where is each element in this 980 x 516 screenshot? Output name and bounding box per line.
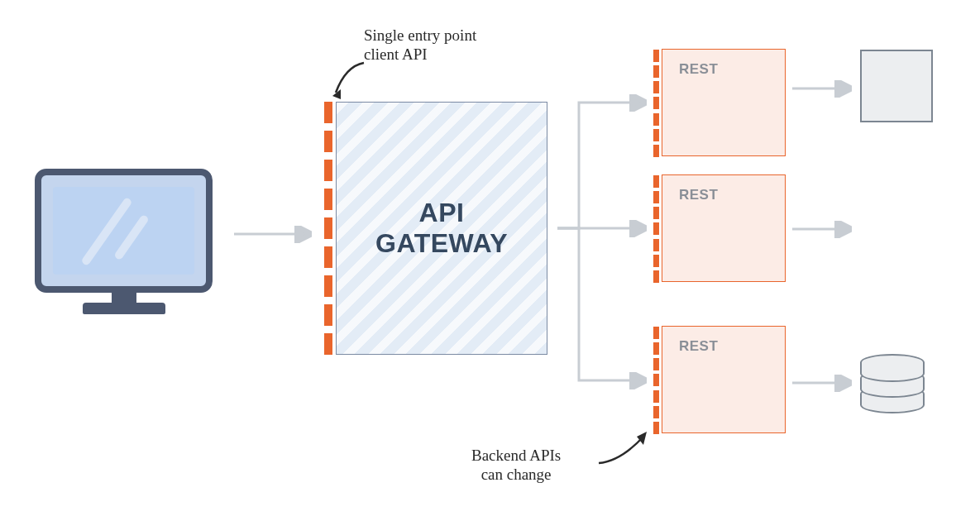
service-box-2: REST bbox=[662, 174, 786, 282]
client-monitor-icon bbox=[35, 169, 213, 322]
gateway-entry-rail bbox=[324, 102, 332, 355]
backend-blank-box bbox=[860, 50, 933, 122]
arrow-gateway-to-services bbox=[547, 58, 655, 389]
api-gateway-label: API GATEWAY bbox=[375, 198, 508, 259]
service-rail-2 bbox=[653, 175, 659, 283]
arrow-client-to-gateway bbox=[234, 228, 317, 240]
service-label-2: REST bbox=[679, 187, 785, 203]
service-label-1: REST bbox=[679, 61, 785, 78]
annotation-entry-point-arrow bbox=[331, 55, 372, 104]
arrow-service3-to-backend bbox=[792, 377, 858, 389]
api-gateway-box: API GATEWAY bbox=[336, 102, 547, 355]
service-label-3: REST bbox=[679, 338, 785, 355]
annotation-backend-change: Backend APIs can change bbox=[471, 447, 561, 485]
service-box-1: REST bbox=[662, 49, 786, 156]
service-box-3: REST bbox=[662, 326, 786, 433]
service-rail-1 bbox=[653, 50, 659, 157]
annotation-entry-point: Single entry point client API bbox=[364, 26, 476, 64]
annotation-backend-change-arrow bbox=[595, 430, 653, 471]
database-icon bbox=[860, 354, 925, 418]
arrow-service1-to-backend bbox=[792, 83, 858, 94]
service-rail-3 bbox=[653, 327, 659, 434]
arrow-service2-to-backend bbox=[792, 223, 858, 235]
